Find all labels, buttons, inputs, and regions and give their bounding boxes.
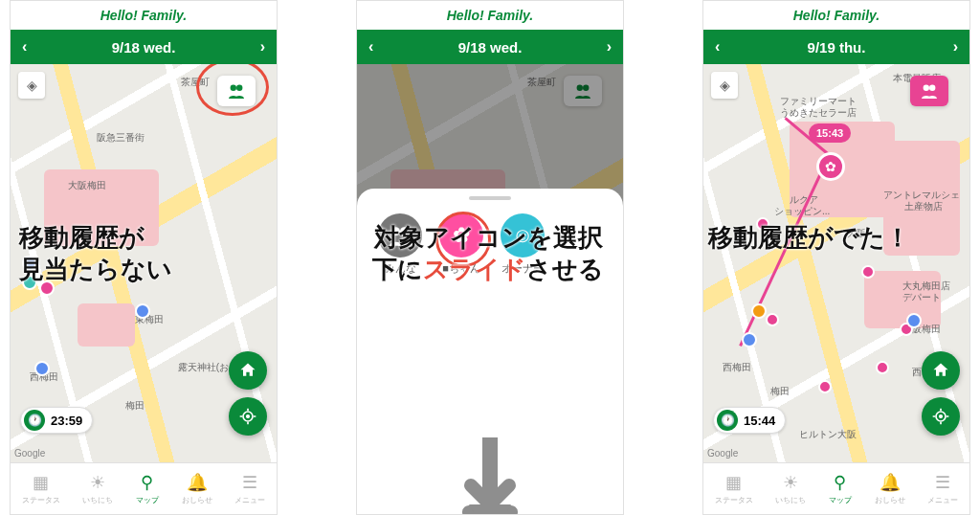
tab-status[interactable]: ▦ステータス: [22, 472, 60, 505]
bottom-tab-bar: ▦ステータス ☀いちにち ⚲マップ 🔔おしらせ ☰メニュー: [703, 462, 969, 514]
track-point: [876, 361, 889, 374]
app-logo: Hello! Family.: [703, 1, 969, 30]
poi-marker: [751, 303, 767, 319]
caption-2: 対象アイコンを選択 下にスライドさせる: [345, 222, 632, 284]
date-label: 9/19 thu.: [808, 39, 866, 56]
poi-marker: [742, 332, 757, 347]
tab-day[interactable]: ☀いちにち: [82, 472, 113, 505]
prev-day-button[interactable]: ‹: [22, 38, 27, 56]
member-chip-button[interactable]: [910, 76, 948, 106]
app-logo: Hello! Family.: [11, 1, 277, 30]
tab-map[interactable]: ⚲マップ: [829, 472, 852, 505]
tab-notice[interactable]: 🔔おしらせ: [875, 472, 905, 505]
phone-screen-3: Hello! Family. ‹ 9/19 thu. › ◈ ファミリーマート …: [702, 0, 970, 515]
tab-menu[interactable]: ☰メニュー: [927, 472, 958, 505]
date-bar: ‹ 9/18 wed. ›: [357, 30, 623, 64]
date-bar: ‹ 9/18 wed. ›: [11, 30, 277, 64]
track-point: [861, 265, 875, 279]
prev-day-button[interactable]: ‹: [368, 38, 373, 56]
map-view[interactable]: ◈ ファミリーマート うめきたセラー店 ルクア ショッピン... アントレマルシ…: [703, 64, 969, 462]
home-fab[interactable]: [229, 351, 267, 390]
user-location-pin[interactable]: ✿: [816, 152, 845, 181]
date-bar: ‹ 9/19 thu. ›: [703, 30, 969, 64]
time-chip[interactable]: 🕐 15:44: [713, 407, 786, 434]
google-attribution: Google: [707, 448, 738, 459]
poi-marker: [34, 361, 50, 376]
svg-point-11: [940, 415, 943, 418]
locate-fab[interactable]: [922, 397, 960, 436]
clock-icon: 🕐: [717, 410, 738, 431]
tab-menu[interactable]: ☰メニュー: [234, 472, 265, 505]
next-day-button[interactable]: ›: [607, 38, 612, 56]
home-fab[interactable]: [922, 351, 960, 390]
sheet-handle[interactable]: [469, 196, 511, 200]
layers-icon[interactable]: ◈: [18, 72, 45, 99]
tab-status[interactable]: ▦ステータス: [715, 472, 753, 505]
caption-3: 移動履歴がでた！: [708, 222, 910, 254]
google-attribution: Google: [14, 448, 45, 459]
clock-icon: 🕐: [24, 410, 45, 431]
bottom-tab-bar: ▦ステータス ☀いちにち ⚲マップ 🔔おしらせ ☰メニュー: [11, 462, 277, 514]
prev-day-button[interactable]: ‹: [715, 38, 720, 56]
poi-marker: [135, 303, 150, 319]
track-point: [818, 380, 832, 393]
date-label: 9/18 wed.: [112, 39, 176, 56]
track-point: [766, 313, 779, 326]
down-arrow-icon: [461, 437, 519, 514]
tab-map[interactable]: ⚲マップ: [136, 472, 159, 505]
app-logo: Hello! Family.: [357, 1, 623, 30]
next-day-button[interactable]: ›: [953, 38, 958, 56]
next-day-button[interactable]: ›: [260, 38, 265, 56]
map-view: 茶屋町 みんな ✿ ■ちゃん ☺ オーナー: [357, 64, 623, 514]
tab-day[interactable]: ☀いちにち: [775, 472, 806, 505]
time-badge: 15:43: [809, 123, 851, 143]
poi-marker: [906, 313, 922, 328]
date-label: 9/18 wed.: [458, 39, 523, 56]
time-chip[interactable]: 🕐 23:59: [20, 407, 93, 434]
caption-1: 移動履歴が見当たらない: [19, 222, 172, 284]
svg-point-9: [929, 85, 935, 91]
layers-icon[interactable]: ◈: [711, 72, 738, 99]
svg-point-8: [924, 85, 929, 91]
svg-point-3: [247, 415, 250, 418]
locate-fab[interactable]: [229, 397, 267, 436]
tab-notice[interactable]: 🔔おしらせ: [182, 472, 212, 505]
